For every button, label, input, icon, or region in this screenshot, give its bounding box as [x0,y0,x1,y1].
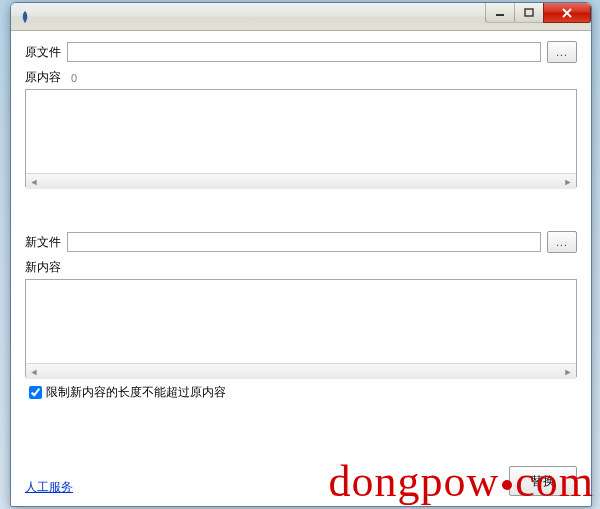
browse-original-button[interactable]: ... [547,41,577,63]
scroll-right-icon[interactable]: ► [560,174,576,189]
original-file-label: 原文件 [25,44,67,61]
original-content-label: 原内容 [25,69,67,86]
original-file-input[interactable] [67,42,541,62]
client-area: 原文件 ... 原内容 0 ◄ ► 新文件 ... 新内容 ◄ [11,31,591,506]
new-content-label: 新内容 [25,259,67,276]
limit-length-label: 限制新内容的长度不能超过原内容 [46,384,226,401]
app-window: 原文件 ... 原内容 0 ◄ ► 新文件 ... 新内容 ◄ [10,2,592,507]
manual-service-link[interactable]: 人工服务 [25,479,73,496]
new-file-label: 新文件 [25,234,67,251]
app-icon [17,9,33,25]
maximize-button[interactable] [514,3,544,23]
close-button[interactable] [543,3,591,23]
original-content-textarea[interactable] [26,90,576,170]
scroll-left-icon[interactable]: ◄ [26,364,42,379]
original-content-scrollbar[interactable]: ◄ ► [26,173,576,189]
new-file-input[interactable] [67,232,541,252]
new-content-box: ◄ ► [25,279,577,377]
limit-length-checkbox[interactable] [29,386,42,399]
svg-rect-2 [525,9,533,16]
replace-button[interactable]: 替换 [509,466,577,496]
new-content-scrollbar[interactable]: ◄ ► [26,363,576,379]
original-content-count: 0 [71,72,77,84]
title-bar[interactable] [11,3,591,31]
original-content-box: ◄ ► [25,89,577,187]
scroll-left-icon[interactable]: ◄ [26,174,42,189]
svg-rect-1 [496,14,504,16]
scroll-right-icon[interactable]: ► [560,364,576,379]
svg-rect-0 [24,16,26,21]
new-content-textarea[interactable] [26,280,576,360]
minimize-button[interactable] [485,3,515,23]
window-controls [486,3,591,23]
browse-new-button[interactable]: ... [547,231,577,253]
